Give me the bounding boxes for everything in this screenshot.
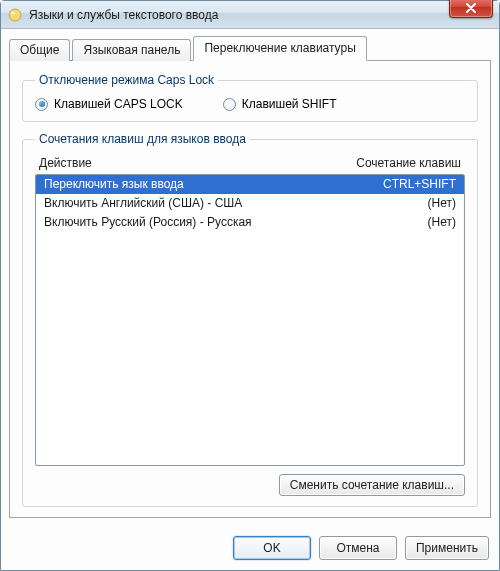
ok-button[interactable]: OK bbox=[233, 536, 311, 560]
list-cell-action: Переключить язык ввода bbox=[44, 176, 184, 193]
col-action-header: Действие bbox=[39, 156, 92, 170]
list-row[interactable]: Переключить язык вводаCTRL+SHIFT bbox=[36, 175, 464, 194]
list-header: Действие Сочетание клавиш bbox=[35, 154, 465, 174]
dialog-window: Языки и службы текстового ввода Общие Яз… bbox=[0, 0, 500, 571]
change-btn-row: Сменить сочетание клавиш... bbox=[35, 474, 465, 496]
svg-point-1 bbox=[11, 11, 15, 14]
col-combo-header: Сочетание клавиш bbox=[356, 156, 461, 170]
close-button[interactable] bbox=[449, 0, 493, 18]
list-row[interactable]: Включить Английский (США) - США(Нет) bbox=[36, 194, 464, 213]
change-hotkey-button[interactable]: Сменить сочетание клавиш... bbox=[279, 474, 465, 496]
capslock-radio-row: Клавишей CAPS LOCK Клавишей SHIFT bbox=[35, 97, 465, 111]
capslock-legend: Отключение режима Caps Lock bbox=[35, 73, 218, 87]
hotkeys-groupbox: Сочетания клавиш для языков ввода Действ… bbox=[22, 132, 478, 507]
capslock-groupbox: Отключение режима Caps Lock Клавишей CAP… bbox=[22, 73, 478, 122]
hotkeys-listview[interactable]: Переключить язык вводаCTRL+SHIFTВключить… bbox=[35, 174, 465, 466]
list-cell-action: Включить Английский (США) - США bbox=[44, 195, 242, 212]
list-cell-combo: (Нет) bbox=[428, 214, 456, 231]
dialog-button-bar: OK Отмена Применить bbox=[1, 526, 499, 570]
titlebar[interactable]: Языки и службы текстового ввода bbox=[1, 1, 499, 29]
list-row[interactable]: Включить Русский (Россия) - Русская(Нет) bbox=[36, 213, 464, 232]
list-cell-combo: (Нет) bbox=[428, 195, 456, 212]
list-cell-combo: CTRL+SHIFT bbox=[383, 176, 456, 193]
hotkeys-legend: Сочетания клавиш для языков ввода bbox=[35, 132, 250, 146]
app-icon bbox=[7, 7, 23, 23]
radio-icon bbox=[35, 98, 48, 111]
cancel-button[interactable]: Отмена bbox=[319, 536, 397, 560]
tab-keyboard-switch[interactable]: Переключение клавиатуры bbox=[193, 36, 366, 61]
radio-icon bbox=[223, 98, 236, 111]
tab-general[interactable]: Общие bbox=[9, 39, 70, 61]
radio-shift-label: Клавишей SHIFT bbox=[242, 97, 337, 111]
list-cell-action: Включить Русский (Россия) - Русская bbox=[44, 214, 252, 231]
window-title: Языки и службы текстового ввода bbox=[29, 8, 495, 22]
svg-point-0 bbox=[9, 9, 21, 21]
tab-strip: Общие Языковая панель Переключение клави… bbox=[9, 35, 491, 60]
tab-language-bar[interactable]: Языковая панель bbox=[72, 39, 191, 61]
radio-shift[interactable]: Клавишей SHIFT bbox=[223, 97, 337, 111]
radio-capslock-label: Клавишей CAPS LOCK bbox=[54, 97, 183, 111]
radio-capslock[interactable]: Клавишей CAPS LOCK bbox=[35, 97, 183, 111]
client-area: Общие Языковая панель Переключение клави… bbox=[1, 29, 499, 526]
tab-panel-keyboard-switch: Отключение режима Caps Lock Клавишей CAP… bbox=[9, 60, 491, 518]
apply-button[interactable]: Применить bbox=[405, 536, 489, 560]
